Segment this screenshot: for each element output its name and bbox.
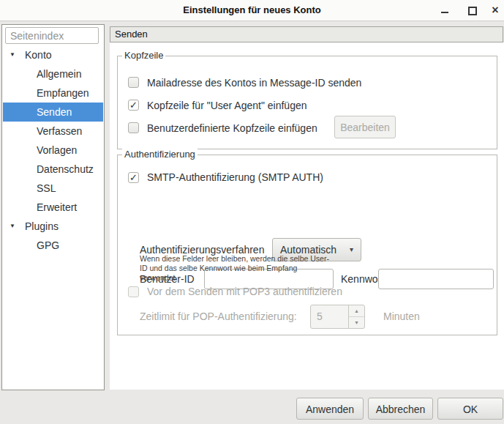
sidebar-item-label: Konto	[25, 49, 52, 61]
sidebar-item-label: Verfassen	[37, 125, 82, 137]
sidebar-item-plugins[interactable]: ▼Plugins	[3, 217, 103, 236]
pop3-auth-checkbox	[128, 286, 139, 297]
page-title: Senden	[110, 26, 503, 42]
smtp-auth-checkbox-label: SMTP-Authentifizierung (SMTP AUTH)	[147, 171, 323, 183]
messageid-checkbox[interactable]	[128, 77, 139, 88]
sidebar-item-gpg[interactable]: GPG	[3, 236, 103, 255]
apply-button[interactable]: Anwenden	[296, 398, 364, 420]
sidebar-item-label: Plugins	[25, 220, 59, 232]
sidebar-item-label: Vorlagen	[37, 144, 77, 156]
sidebar-item-ssl[interactable]: SSL	[3, 179, 103, 198]
chevron-down-icon: ▾	[350, 239, 353, 261]
maximize-icon[interactable]	[465, 0, 478, 21]
content-panel: Kopfzeile Mailadresse des Kontos in Mess…	[110, 42, 504, 390]
window-title: Einstellungen für neues Konto	[0, 0, 504, 21]
page-index-input[interactable]	[5, 27, 99, 44]
titlebar: Einstellungen für neues Konto ×	[0, 0, 504, 21]
header-group: Kopfzeile Mailadresse des Kontos in Mess…	[117, 56, 497, 149]
sidebar-item-konto[interactable]: ▼Konto	[3, 45, 103, 64]
sidebar-item-verfassen[interactable]: Verfassen	[3, 122, 103, 141]
header-group-legend: Kopfzeile	[122, 50, 165, 61]
auth-group-legend: Authentifizierung	[122, 149, 198, 160]
edit-button: Bearbeiten	[334, 116, 396, 138]
auth-hint-text: Wenn diese Felder leer bleiben, werden d…	[140, 254, 329, 283]
close-icon[interactable]: ×	[489, 0, 502, 21]
sidebar-tree: ▼KontoAllgemeinEmpfangenSendenVerfassenV…	[3, 45, 103, 255]
pop-timeout-value: 5	[317, 305, 323, 328]
cancel-button[interactable]: Abbrechen	[368, 398, 433, 420]
pop-timeout-label: Zeitlimit für POP-Authentifizierung:	[140, 310, 297, 322]
sidebar-item-label: SSL	[37, 182, 56, 194]
expander-triangle-icon[interactable]: ▼	[10, 217, 25, 236]
sidebar-item-label: Erweitert	[37, 201, 77, 213]
password-field[interactable]	[378, 269, 494, 289]
sidebar-item-datenschutz[interactable]: Datenschutz	[3, 160, 103, 179]
pop-timeout-spinner: 5 ▲ ▼	[310, 305, 365, 329]
sidebar-item-label: Datenschutz	[37, 163, 94, 175]
sidebar-item-label: Senden	[37, 106, 72, 118]
custom-header-checkbox[interactable]	[128, 122, 139, 133]
minimize-icon[interactable]	[438, 0, 451, 21]
sidebar-item-label: Allgemein	[37, 68, 81, 80]
sidebar-item-senden[interactable]: Senden	[3, 103, 103, 122]
sidebar-item-vorlagen[interactable]: Vorlagen	[3, 141, 103, 160]
spin-up-icon: ▲	[349, 305, 364, 316]
expander-triangle-icon[interactable]: ▼	[10, 45, 25, 64]
custom-header-checkbox-label: Benutzerdefinierte Kopfzeile einfügen	[147, 122, 317, 134]
useragent-checkbox[interactable]: ✓	[128, 100, 139, 111]
sidebar-item-label: Empfangen	[37, 87, 89, 99]
sidebar-item-erweitert[interactable]: Erweitert	[3, 198, 103, 217]
sidebar-item-label: GPG	[37, 239, 59, 251]
spin-down-icon: ▼	[349, 316, 364, 328]
sidebar-item-empfangen[interactable]: Empfangen	[3, 83, 103, 103]
useragent-checkbox-label: Kopfzeile für "User Agent" einfügen	[147, 100, 307, 111]
ok-button[interactable]: OK	[437, 398, 503, 420]
pop3-auth-checkbox-label: Vor dem Senden mit POP3 authentifizieren	[147, 286, 342, 297]
sidebar: ▼KontoAllgemeinEmpfangenSendenVerfassenV…	[1, 24, 105, 390]
account-preferences-dialog: Einstellungen für neues Konto × ▼KontoAl…	[0, 0, 504, 424]
smtp-auth-checkbox[interactable]: ✓	[128, 172, 139, 183]
pop-timeout-unit-label: Minuten	[383, 310, 420, 322]
auth-group: Authentifizierung ✓ SMTP-Authentifizieru…	[117, 155, 497, 335]
messageid-checkbox-label: Mailadresse des Kontos in Message-ID sen…	[147, 77, 361, 89]
sidebar-item-allgemein[interactable]: Allgemein	[3, 64, 103, 83]
